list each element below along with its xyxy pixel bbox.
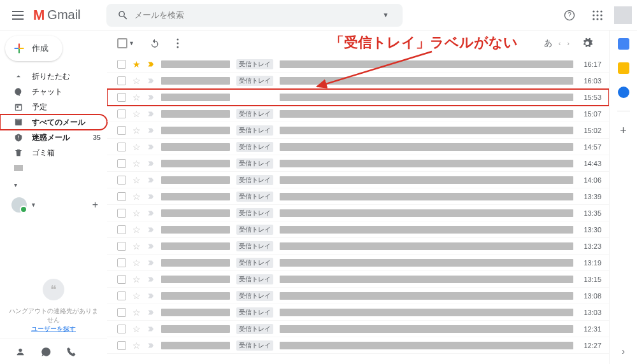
star-icon[interactable]: ☆: [132, 192, 141, 202]
star-icon[interactable]: ☆: [132, 158, 141, 169]
mail-row[interactable]: ☆ 受信トレイ 16:03: [107, 73, 609, 89]
inbox-label-chip[interactable]: 受信トレイ: [236, 274, 273, 284]
person-icon[interactable]: [15, 347, 25, 357]
find-users-link[interactable]: ユーザーを探す: [31, 325, 76, 332]
phone-icon[interactable]: [66, 347, 76, 357]
row-checkbox[interactable]: [117, 76, 126, 85]
row-checkbox[interactable]: [117, 192, 126, 201]
sidebar-item-schedule[interactable]: 予定: [0, 99, 107, 115]
star-icon[interactable]: ☆: [132, 274, 141, 284]
row-checkbox[interactable]: [117, 308, 126, 317]
inbox-label-chip[interactable]: 受信トレイ: [236, 225, 273, 235]
search-icon[interactable]: [111, 4, 134, 27]
inbox-label-chip[interactable]: 受信トレイ: [236, 307, 273, 318]
search-input[interactable]: [134, 10, 375, 20]
importance-icon[interactable]: [147, 143, 155, 151]
inbox-label-chip[interactable]: 受信トレイ: [236, 59, 273, 69]
mail-row[interactable]: ☆ 受信トレイ 15:53: [107, 89, 609, 106]
sidebar-item-trash[interactable]: ゴミ箱: [0, 145, 107, 160]
apps-button[interactable]: [586, 4, 609, 27]
importance-icon[interactable]: [147, 94, 155, 101]
search-bar[interactable]: ▼: [106, 4, 403, 27]
more-button[interactable]: [166, 32, 189, 55]
row-checkbox[interactable]: [117, 109, 126, 118]
star-icon[interactable]: ☆: [132, 291, 141, 301]
star-icon[interactable]: ☆: [132, 125, 141, 136]
star-icon[interactable]: ☆: [132, 258, 141, 268]
refresh-button[interactable]: [143, 32, 166, 55]
select-all-checkbox[interactable]: [117, 38, 127, 48]
mail-row[interactable]: ☆ 受信トレイ 15:02: [107, 122, 609, 139]
star-icon[interactable]: ☆: [132, 225, 141, 235]
inbox-label-chip[interactable]: 受信トレイ: [236, 291, 273, 301]
importance-icon[interactable]: [147, 292, 155, 300]
importance-icon[interactable]: [147, 110, 155, 118]
importance-icon[interactable]: [147, 60, 155, 68]
star-icon[interactable]: ☆: [132, 241, 141, 251]
inbox-label-chip[interactable]: 受信トレイ: [236, 241, 273, 251]
mail-row[interactable]: ☆ 受信トレイ 12:27: [107, 337, 609, 354]
mail-row[interactable]: ☆ 受信トレイ 12:31: [107, 321, 609, 337]
importance-icon[interactable]: [147, 176, 155, 184]
mail-row[interactable]: ☆ 受信トレイ 13:39: [107, 188, 609, 205]
mail-row[interactable]: ☆ 受信トレイ 13:35: [107, 205, 609, 221]
mail-row[interactable]: ☆ 受信トレイ 13:08: [107, 288, 609, 304]
sidebar-item-collapse[interactable]: 折りたたむ: [0, 69, 107, 84]
inbox-label-chip[interactable]: 受信トレイ: [236, 192, 273, 202]
star-icon[interactable]: ☆: [132, 76, 141, 86]
mail-row[interactable]: ☆ 受信トレイ 13:15: [107, 271, 609, 288]
star-icon[interactable]: ☆: [132, 109, 141, 119]
importance-icon[interactable]: [147, 160, 155, 167]
prev-page-button[interactable]: ‹: [559, 39, 561, 47]
star-icon[interactable]: ☆: [132, 142, 141, 152]
sidebar-item-chat[interactable]: チャット: [0, 84, 107, 99]
star-icon[interactable]: ☆: [132, 175, 141, 185]
mail-row[interactable]: ☆ 受信トレイ 14:43: [107, 155, 609, 172]
settings-button[interactable]: [576, 32, 599, 55]
row-checkbox[interactable]: [117, 93, 126, 102]
keep-addon-icon[interactable]: [618, 62, 629, 74]
row-checkbox[interactable]: [117, 258, 126, 267]
inbox-label-chip[interactable]: 受信トレイ: [236, 258, 273, 268]
importance-icon[interactable]: [147, 325, 155, 333]
sidebar-item-spam[interactable]: 迷惑メール35: [0, 130, 107, 145]
get-addons-button[interactable]: +: [620, 124, 627, 137]
mail-row[interactable]: ☆ 受信トレイ 13:30: [107, 221, 609, 238]
importance-icon[interactable]: [147, 259, 155, 267]
row-checkbox[interactable]: [117, 225, 126, 234]
inbox-label-chip[interactable]: 受信トレイ: [236, 109, 273, 119]
row-checkbox[interactable]: [117, 143, 126, 151]
row-checkbox[interactable]: [117, 325, 126, 333]
mail-row[interactable]: ☆ 受信トレイ 14:57: [107, 139, 609, 155]
star-icon[interactable]: ☆: [132, 307, 141, 318]
mail-row[interactable]: ☆ 受信トレイ 15:07: [107, 106, 609, 122]
collapse-sidepanel-button[interactable]: ›: [622, 346, 625, 356]
search-dropdown-icon[interactable]: ▼: [375, 4, 397, 27]
categories-expander[interactable]: ▾: [0, 176, 107, 193]
row-checkbox[interactable]: [117, 176, 126, 185]
row-checkbox[interactable]: [117, 60, 126, 69]
row-checkbox[interactable]: [117, 159, 126, 168]
compose-button[interactable]: 作成: [5, 36, 62, 61]
row-checkbox[interactable]: [117, 209, 126, 218]
account-avatar[interactable]: [614, 6, 632, 24]
star-icon[interactable]: ☆: [132, 208, 141, 218]
star-icon[interactable]: ☆: [132, 340, 141, 351]
help-button[interactable]: ?: [558, 4, 581, 27]
inbox-label-chip[interactable]: 受信トレイ: [236, 158, 273, 169]
hangouts-bubble-icon[interactable]: [41, 347, 51, 357]
tasks-addon-icon[interactable]: [618, 87, 629, 98]
row-checkbox[interactable]: [117, 126, 126, 135]
row-checkbox[interactable]: [117, 341, 126, 350]
star-icon[interactable]: ★: [132, 59, 141, 69]
select-dropdown-icon[interactable]: ▼: [129, 40, 134, 46]
inbox-label-chip[interactable]: 受信トレイ: [236, 324, 273, 334]
importance-icon[interactable]: [147, 193, 155, 200]
importance-icon[interactable]: [147, 242, 155, 250]
importance-icon[interactable]: [147, 226, 155, 234]
row-checkbox[interactable]: [117, 242, 126, 251]
inbox-label-chip[interactable]: 受信トレイ: [236, 125, 273, 136]
mail-row[interactable]: ★ 受信トレイ 16:17: [107, 56, 609, 73]
importance-icon[interactable]: [147, 209, 155, 217]
importance-icon[interactable]: [147, 276, 155, 283]
